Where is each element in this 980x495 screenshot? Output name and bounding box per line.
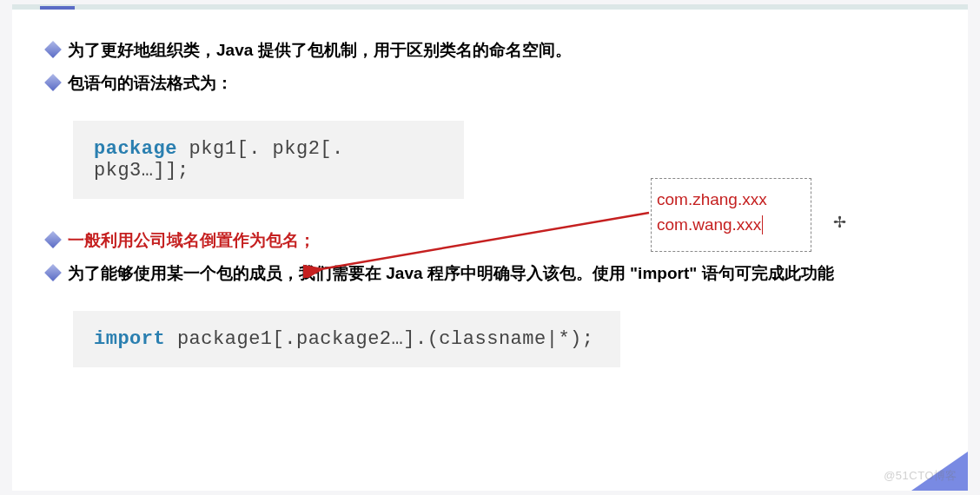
document-page: 为了更好地组织类，Java 提供了包机制，用于区别类名的命名空间。 包语句的语法… (12, 4, 968, 491)
diamond-icon (44, 231, 62, 248)
bullet-text-highlight: 一般利用公司域名倒置作为包名； (68, 231, 315, 249)
example-line-2: com.wang.xxx (657, 213, 805, 238)
bullet-list: 为了更好地组织类，Java 提供了包机制，用于区别类名的命名空间。 包语句的语法… (47, 35, 946, 99)
code-block-package: package pkg1[. pkg2[. pkg3…]]; (73, 121, 464, 199)
bullet-text: 包语句的语法格式为： (68, 74, 233, 92)
example-line-1: com.zhang.xxx (657, 188, 805, 213)
diamond-icon (44, 264, 62, 281)
bullet-item-2: 包语句的语法格式为： (47, 68, 946, 99)
keyword: import (94, 328, 165, 350)
diamond-icon (44, 74, 62, 91)
bullet-text: 为了能够使用某一个包的成员，我们需要在 Java 程序中明确导入该包。使用 "i… (68, 264, 834, 282)
bullet-item-1: 为了更好地组织类，Java 提供了包机制，用于区别类名的命名空间。 (47, 35, 946, 66)
move-cursor-icon: ✢ (833, 213, 846, 232)
bullet-item-4: 为了能够使用某一个包的成员，我们需要在 Java 程序中明确导入该包。使用 "i… (47, 258, 946, 289)
watermark-text: @51CTO博客 (884, 468, 957, 484)
top-accent-bar (12, 4, 968, 10)
code-rest: package1[.package2…].(classname|*); (165, 328, 593, 350)
keyword: package (94, 138, 177, 160)
bullet-text: 为了更好地组织类，Java 提供了包机制，用于区别类名的命名空间。 (68, 41, 572, 59)
example-annotation-box: com.zhang.xxx com.wang.xxx (651, 178, 811, 252)
code-block-import: import package1[.package2…].(classname|*… (73, 311, 620, 367)
diamond-icon (44, 41, 62, 58)
